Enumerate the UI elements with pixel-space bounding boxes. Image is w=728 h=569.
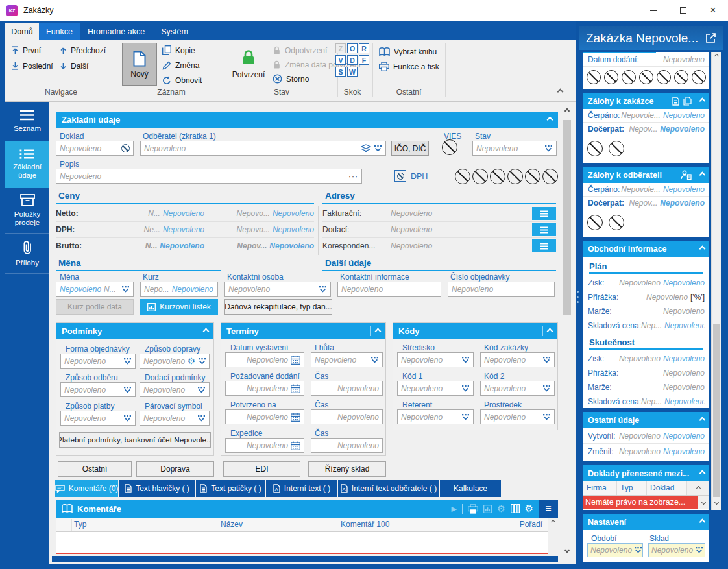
dropdown-icon[interactable] (197, 387, 206, 393)
ostatni-button[interactable]: Ostatní (58, 461, 132, 477)
maximize-button[interactable] (668, 0, 698, 21)
column-typ[interactable]: Typ (74, 520, 86, 529)
dropdown-icon[interactable] (370, 357, 379, 363)
grid-menu-button[interactable]: ≡ (539, 500, 558, 518)
collapse-card-icon[interactable] (699, 98, 706, 104)
scrollbar-thumb[interactable] (713, 324, 720, 497)
inner-scroll-down[interactable] (698, 496, 709, 509)
tab-domu[interactable]: Domů (5, 23, 39, 40)
collapse-card-icon[interactable] (699, 417, 706, 424)
last-button[interactable]: Poslední (12, 60, 53, 72)
tab-system[interactable]: Systém (152, 23, 197, 40)
tab-text-hlavicky[interactable]: Text hlavičky ( ) (119, 480, 195, 497)
obdobi-combo[interactable]: Nepovoleno (587, 543, 643, 557)
dropdown-icon[interactable] (198, 358, 206, 365)
jump-key-f[interactable]: F (359, 55, 369, 65)
change-button[interactable]: Změna (162, 59, 199, 71)
jump-key-r[interactable]: R (359, 43, 369, 53)
dph-checkbox[interactable] (394, 170, 406, 182)
sidebar-item-prilohy[interactable]: Přílohy (5, 234, 49, 274)
address-menu-button[interactable] (532, 239, 556, 252)
platebni-podminky-button[interactable]: Platební podmínky, bankovní účet Nepovol… (59, 432, 211, 448)
lhuta-combo[interactable]: Nepovoleno (311, 352, 383, 367)
dropdown-icon[interactable] (123, 358, 132, 365)
main-scrollbar[interactable] (561, 106, 572, 560)
columns-icon[interactable] (511, 504, 520, 513)
jump-key-w[interactable]: W (347, 67, 358, 77)
dropdown-icon[interactable] (374, 145, 382, 152)
new-button[interactable]: Nový (122, 43, 157, 86)
confirm-button[interactable]: Potvrzení (228, 43, 269, 86)
scroll-up-arrow[interactable] (561, 109, 572, 113)
odberatel-field[interactable]: Nepovoleno (140, 141, 386, 156)
address-menu-button[interactable] (532, 207, 556, 220)
collapse-section-icon[interactable] (547, 117, 553, 123)
zpusob-odberu-combo[interactable]: Nepovoleno (60, 382, 136, 397)
dropdown-icon[interactable] (634, 547, 642, 553)
scroll-up-arrow[interactable] (712, 54, 721, 58)
dodaci-podminky-combo[interactable]: Nepovoleno (140, 382, 210, 397)
jump-key-d[interactable]: D (347, 55, 358, 65)
datum-vystaveni-field[interactable]: Nepovoleno (225, 352, 304, 367)
cas-field[interactable]: Nepovoleno (311, 409, 383, 424)
collapse-card-icon[interactable] (699, 172, 706, 178)
close-button[interactable]: × (698, 0, 728, 21)
scroll-down-arrow[interactable] (561, 548, 572, 552)
dropdown-icon[interactable] (123, 387, 132, 393)
tab-hromadne-akce[interactable]: Hromadné akce (80, 23, 152, 40)
splitter-handle[interactable] (577, 296, 579, 298)
dropdown-icon[interactable] (121, 286, 130, 293)
sidebar-item-seznam[interactable]: Seznam (5, 102, 49, 141)
cas-field[interactable]: Nepovoleno (311, 381, 383, 396)
collapse-section-icon[interactable] (547, 328, 553, 335)
tab-komentare[interactable]: Komentáře (0) (55, 480, 118, 497)
calendar-icon[interactable] (291, 356, 300, 365)
danova-rekapitulace-button[interactable]: Daňová rekapitulace, typ dan... (224, 299, 332, 315)
next-button[interactable]: Další (60, 60, 88, 72)
panel-scrollbar[interactable] (711, 52, 721, 510)
column-doklad[interactable]: Doklad (647, 481, 687, 495)
parovaci-symbol-combo[interactable]: Nepovoleno (140, 411, 210, 426)
documents-icon[interactable] (683, 97, 692, 106)
column-poradi[interactable]: Pořadí (520, 520, 542, 529)
jump-key-s[interactable]: S (335, 67, 346, 77)
customer-card-icon[interactable] (681, 170, 692, 180)
kod-1-combo[interactable]: Nepovoleno (397, 381, 474, 396)
zpusob-platby-combo[interactable]: Nepovoleno (60, 411, 136, 426)
popis-field[interactable]: Nepovoleno··· (56, 169, 362, 184)
storno-button[interactable]: Storno (273, 73, 309, 85)
column-komentar[interactable]: Komentář 100 (341, 520, 389, 529)
gear-icon[interactable]: ⚙ (188, 357, 195, 365)
scrollbar-thumb[interactable] (563, 120, 571, 315)
collapse-section-icon[interactable] (203, 328, 210, 335)
dropdown-icon[interactable] (544, 145, 553, 152)
collapse-card-icon[interactable] (699, 519, 706, 526)
pozadovane-dodani-field[interactable]: Nepovoleno (225, 381, 304, 396)
collapse-ribbon-icon[interactable] (557, 89, 564, 95)
calendar-icon[interactable] (291, 384, 300, 393)
collapse-section-icon[interactable] (375, 328, 382, 335)
splitter-handle[interactable] (577, 291, 579, 293)
ico-dic-button[interactable]: IČO, DIČ (391, 141, 429, 156)
komentare-scrollbar[interactable] (548, 518, 558, 554)
calendar-icon[interactable] (291, 441, 300, 450)
dropdown-icon[interactable] (461, 357, 470, 363)
cislo-objednavky-field[interactable]: Nepovoleno (448, 282, 555, 297)
prostredek-combo[interactable]: Nepovoleno (480, 409, 555, 424)
kod-2-combo[interactable]: Nepovoleno (480, 381, 555, 396)
dropdown-icon[interactable] (695, 547, 703, 553)
kurzovni-listek-button[interactable]: Kurzovní lístek (140, 299, 218, 315)
splitter-handle[interactable] (577, 301, 579, 303)
referent-combo[interactable]: Nepovoleno (397, 409, 474, 424)
doprava-button[interactable]: Doprava (136, 461, 214, 477)
rizeny-sklad-button[interactable]: Řízený sklad (308, 461, 386, 477)
jump-key-o[interactable]: O (347, 43, 358, 53)
tab-text-paticky[interactable]: Text patičky ( ) (196, 480, 265, 497)
jump-key-v[interactable]: V (335, 55, 346, 65)
dropdown-icon[interactable] (542, 414, 551, 420)
column-firma[interactable]: Firma (583, 481, 617, 495)
expedice-field[interactable]: Nepovoleno (225, 438, 304, 453)
sidebar-item-zakladni-udaje[interactable]: Základní údaje (5, 141, 49, 188)
document-icon[interactable] (672, 97, 679, 106)
cas-field[interactable]: Nepovoleno (311, 438, 383, 453)
